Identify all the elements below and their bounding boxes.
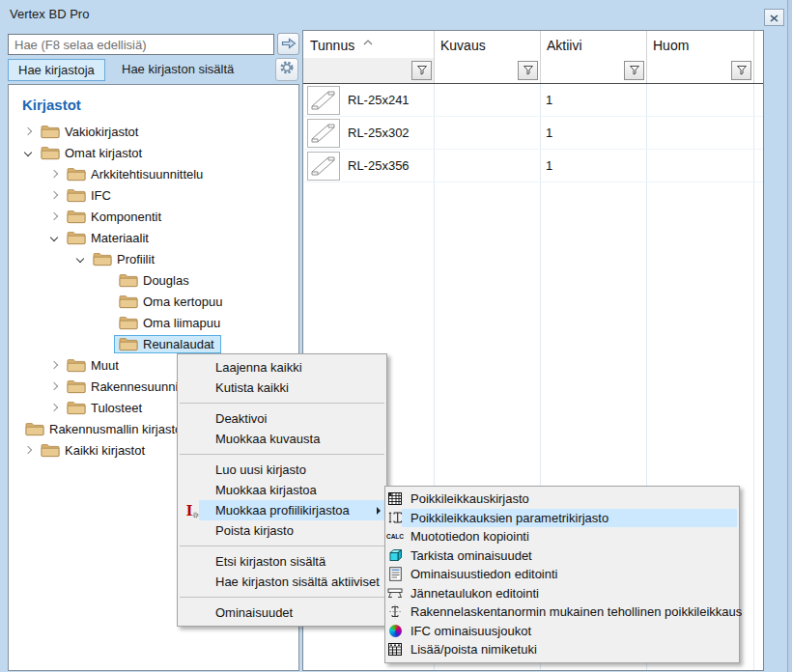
tree-item-label: Profiilit: [117, 252, 156, 266]
tree-item-komponentit[interactable]: Komponentit: [9, 206, 298, 227]
context-menu-item-kutista-kaikki[interactable]: Kutista kaikki: [178, 378, 386, 398]
menu-item-label: Hae kirjaston sisältä aktiiviset: [215, 574, 380, 589]
chevron-down-icon[interactable]: [20, 150, 36, 155]
table-header-row: Tunnus Kuvaus Aktiivi Huom: [303, 31, 763, 58]
window-title: Vertex BD Pro: [10, 0, 89, 29]
box3d-icon: [387, 547, 403, 563]
submenu-item-ominaisuustiedon-editointi[interactable]: Ominaisuustiedon editointi: [385, 565, 739, 584]
chevron-right-icon[interactable]: [20, 447, 36, 453]
menu-item-label: Poista kirjasto: [215, 523, 294, 538]
calc-icon: CALC: [387, 529, 403, 545]
tree-item-reunalaudat[interactable]: Reunalaudat: [9, 333, 298, 354]
filter-button-tunnus[interactable]: [411, 61, 432, 80]
tree-item-douglas[interactable]: Douglas: [9, 269, 298, 291]
menu-item-label: Muokkaa kuvausta: [215, 432, 320, 446]
tree-item-profiilit[interactable]: Profiilit: [9, 248, 298, 269]
funnel-icon: [416, 62, 428, 79]
menu-item-label: Muokkaa profiilikirjastoa: [215, 503, 350, 518]
cell-huom: [646, 117, 753, 149]
filter-cell-tunnus[interactable]: [303, 58, 434, 83]
context-menu-item-laajenna-kaikki[interactable]: Laajenna kaikki: [178, 357, 386, 378]
close-x-icon: [770, 9, 778, 26]
submenu-item-lis-poista-nimiketuki[interactable]: Lisää/poista nimiketuki: [385, 640, 739, 659]
chevron-right-icon[interactable]: [46, 362, 62, 368]
tab-hae-kirjastoja[interactable]: Hae kirjastoja: [8, 59, 105, 81]
filter-button-aktiivi[interactable]: [624, 61, 644, 80]
tree-item-omat-kirjastot[interactable]: Omat kirjastot: [9, 142, 298, 163]
context-menu-item-luo-uusi-kirjasto[interactable]: Luo uusi kirjasto: [178, 460, 386, 480]
context-menu-item-etsi-kirjaston-sis-lt[interactable]: Etsi kirjaston sisältä: [178, 551, 386, 572]
submenu-item-rakennelaskentanormin-mukainen-tehollinen-poikkileikkaus[interactable]: Rakennelaskentanormin mukainen teholline…: [385, 602, 739, 622]
context-menu-item-ominaisuudet[interactable]: Ominaisuudet: [178, 602, 386, 623]
settings-button[interactable]: [275, 58, 298, 81]
tree-item-materiaalit[interactable]: Materiaalit: [9, 227, 298, 248]
chevron-right-icon[interactable]: [46, 192, 62, 198]
column-header-label: Kuvaus: [440, 38, 486, 53]
column-header-tunnus[interactable]: Tunnus: [303, 31, 434, 58]
context-menu-item-poista-kirjasto[interactable]: Poista kirjasto: [178, 520, 386, 541]
menu-separator: [180, 454, 384, 455]
chevron-right-icon[interactable]: [46, 171, 62, 177]
tree-item-oma-liimapuu[interactable]: Oma liimapuu: [9, 312, 298, 333]
table-row-rl-25x241[interactable]: RL-25x2411: [303, 84, 763, 117]
folder-icon: [41, 125, 60, 139]
context-menu-item-muokkaa-profiilikirjastoa[interactable]: IMuokkaa profiilikirjastoa: [178, 500, 386, 520]
tree-item-arkkitehtisuunnittelu[interactable]: Arkkitehtisuunnittelu: [9, 163, 298, 184]
cell-kuvaus: [434, 117, 540, 149]
submenu-item-tarkista-ominaisuudet[interactable]: Tarkista ominaisuudet: [385, 546, 739, 566]
search-go-button[interactable]: [277, 33, 299, 55]
close-button[interactable]: [764, 9, 784, 26]
filter-cell-kuvaus[interactable]: [434, 58, 540, 83]
ifc-icon: [387, 623, 403, 638]
cell-huom: [646, 150, 753, 182]
menu-item-label: Deaktivoi: [215, 411, 267, 426]
filter-cell-aktiivi[interactable]: [540, 58, 646, 83]
filter-button-kuvaus[interactable]: [518, 61, 538, 80]
tree-item-label: Oma kertopuu: [143, 294, 224, 309]
column-header-aktiivi[interactable]: Aktiivi: [540, 31, 646, 58]
tab-hae-kirjaston-sisalta[interactable]: Hae kirjaston sisältä: [112, 59, 243, 81]
tree-item-vakiokirjastot[interactable]: Vakiokirjastot: [9, 121, 298, 142]
submenu-item-poikkileikkauskirjasto[interactable]: Poikkileikkauskirjasto: [385, 490, 739, 509]
submenu-item-muototiedon-kopiointi[interactable]: CALCMuototiedon kopiointi: [385, 527, 739, 546]
table-row-rl-25x302[interactable]: RL-25x3021: [303, 117, 763, 150]
chevron-right-icon[interactable]: [46, 405, 62, 410]
tree-item-label: Oma liimapuu: [143, 316, 222, 330]
sort-ascending-icon: [363, 33, 373, 48]
search-input[interactable]: [8, 34, 274, 55]
folder-icon: [67, 231, 86, 245]
chevron-right-icon[interactable]: [46, 213, 62, 219]
menu-item-label: Lisää/poista nimiketuki: [410, 642, 537, 657]
filter-cell-huom[interactable]: [646, 58, 753, 83]
column-header-huom[interactable]: Huom: [646, 31, 753, 58]
tree-item-oma-kertopuu[interactable]: Oma kertopuu: [9, 291, 298, 312]
folder-icon: [119, 294, 138, 309]
context-menu-item-muokkaa-kuvausta[interactable]: Muokkaa kuvausta: [178, 429, 386, 449]
submenu-item-j-nnetaulukon-editointi[interactable]: Jännetaulukon editointi: [385, 584, 739, 603]
chevron-down-icon[interactable]: [72, 256, 88, 262]
tree-item-label: Rakennusmallin kirjastot: [49, 422, 187, 436]
window-right-border: [787, 0, 792, 672]
menu-item-label: Ominaisuudet: [215, 605, 293, 620]
funnel-icon: [629, 62, 640, 79]
context-menu-item-deaktivoi[interactable]: Deaktivoi: [178, 408, 386, 429]
column-header-label: Aktiivi: [547, 38, 582, 53]
submenu-item-poikkileikkauksien-parametrikirjasto[interactable]: Poikkileikkauksien parametrikirjasto: [385, 509, 739, 528]
cell-aktiivi: 1: [540, 84, 646, 116]
doc-icon: [387, 567, 403, 582]
ibeam-dim-icon: [387, 510, 403, 525]
tree-item-ifc[interactable]: IFC: [9, 184, 298, 206]
column-header-kuvaus[interactable]: Kuvaus: [434, 31, 540, 58]
chevron-down-icon[interactable]: [46, 235, 62, 240]
filter-button-huom[interactable]: [731, 61, 751, 80]
chevron-right-icon[interactable]: [20, 128, 36, 134]
profile-plank-icon: [307, 119, 340, 148]
chevron-right-icon[interactable]: [46, 383, 62, 389]
context-menu-item-muokkaa-kirjastoa[interactable]: Muokkaa kirjastoa: [178, 480, 386, 500]
cell-aktiivi: 1: [540, 117, 646, 149]
tree-item-label: IFC: [91, 188, 113, 203]
menu-item-label: Poikkileikkauksien parametrikirjasto: [410, 511, 608, 525]
context-menu-item-hae-kirjaston-sis-lt-aktiiviset[interactable]: Hae kirjaston sisältä aktiiviset: [178, 572, 386, 592]
submenu-item-ifc-ominaisuusjoukot[interactable]: IFC ominaisuusjoukot: [385, 622, 739, 641]
table-row-rl-25x356[interactable]: RL-25x3561: [303, 150, 763, 182]
